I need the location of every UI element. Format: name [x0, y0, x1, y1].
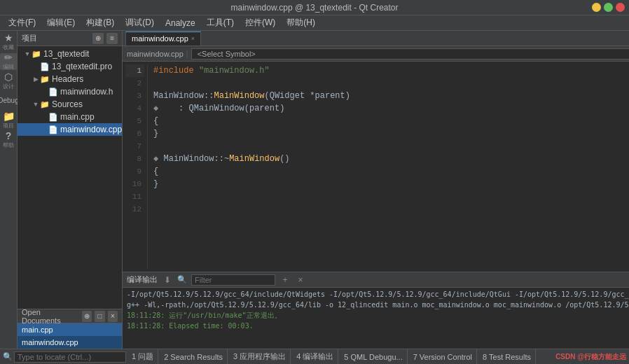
code-line-2: [153, 77, 629, 90]
statusbar-item-problems[interactable]: 1 问题: [127, 349, 158, 365]
statusbar-label-problems: 1 问题: [132, 351, 153, 362]
code-line-1: #include "mainwindow.h": [153, 64, 629, 77]
statusbar-label-search-results: 2 Search Results: [164, 353, 223, 361]
tree-item-sources[interactable]: ▼ 📁 Sources: [18, 98, 122, 111]
menu-item-f[interactable]: 文件(F): [3, 15, 41, 30]
tree-arrow-sources: ▼: [32, 101, 40, 108]
code-line-10: }: [153, 178, 629, 190]
sidebar-icon-project[interactable]: 📁 项目: [0, 112, 17, 129]
tree-item-main-cpp[interactable]: 📄 main.cpp: [18, 111, 122, 123]
tree-label-root: 13_qtextedit: [43, 49, 89, 59]
filter-input[interactable]: [191, 274, 275, 286]
tree-label-main-cpp: main.cpp: [60, 112, 95, 122]
statusbar-item-version-control[interactable]: 7 Version Control: [409, 349, 477, 365]
tree-arrow-root: ▼: [23, 50, 32, 57]
ln-5: 5: [125, 115, 144, 127]
sidebar-icon-debug[interactable]: Debug: [0, 92, 17, 109]
code-line-3: MainWindow::MainWindow(QWidget *parent): [153, 90, 629, 102]
menu-item-e[interactable]: 编辑(E): [41, 15, 81, 30]
open-doc-main-cpp[interactable]: main.cpp: [18, 323, 122, 336]
tree-item-pro[interactable]: 📄 13_qtextedit.pro: [18, 60, 122, 73]
ln-10: 10: [125, 178, 144, 190]
statusbar-item-build-output[interactable]: 4 编译输出: [292, 349, 338, 365]
tree-item-headers[interactable]: ▶ 📁 Headers: [18, 73, 122, 85]
statusbar-item-qml-debug[interactable]: 5 QML Debugu...: [340, 349, 407, 365]
tree-item-root[interactable]: ▼ 📁 13_qtextedit: [18, 48, 122, 60]
ln-7: 7: [125, 140, 144, 153]
project-filter-button[interactable]: ⊕: [92, 33, 104, 44]
title-text: mainwindow.cpp @ 13_qtextedit - Qt Creat…: [231, 3, 399, 13]
menu-item-d[interactable]: 调试(D): [120, 15, 160, 30]
code-editor[interactable]: 1 2 3 4 5 6 7 8 9 10 11 12 #include "mai…: [123, 62, 629, 272]
left-sidebar: ★ 收藏 ✏ 编辑 ⬡ 设计 Debug 📁 项目 ? 帮助: [0, 31, 18, 349]
menu-item-w[interactable]: 控件(W): [240, 15, 281, 30]
build-add-button[interactable]: +: [279, 274, 291, 286]
folder-icon: 📁: [3, 111, 15, 121]
sidebar-icon-favorite[interactable]: ★ 收藏: [0, 34, 17, 50]
open-docs-add-button[interactable]: ⊕: [82, 311, 92, 322]
maximize-button[interactable]: [604, 3, 613, 12]
output-line-4: 18:11:28: Elapsed time: 00:03.: [127, 321, 629, 331]
project-label: 项目: [22, 33, 37, 43]
ln-1: 1: [125, 64, 144, 77]
menubar: 文件(F)编辑(E)构建(B)调试(D)Analyze工具(T)控件(W)帮助(…: [0, 15, 629, 31]
code-content: #include "mainwindow.h" MainWindow::Main…: [148, 64, 629, 269]
sidebar-icon-design[interactable]: ⬡ 设计: [0, 73, 17, 90]
code-line-5: {: [153, 115, 629, 127]
open-docs-close-button[interactable]: ×: [108, 311, 118, 322]
project-menu-button[interactable]: ≡: [106, 33, 118, 44]
statusbar-label-app-output: 3 应用程序输出: [233, 351, 286, 362]
open-docs-layout-button[interactable]: □: [95, 311, 105, 322]
tree-label-mainwindow-cpp: mainwindow.cpp: [60, 125, 122, 134]
code-line-11: [153, 190, 629, 203]
tree-label-headers: Headers: [52, 74, 83, 84]
open-doc-main-cpp-label: main.cpp: [22, 326, 53, 334]
output-line-1: -I/opt/Qt5.12.9/5.12.9/gcc_64/include/Qt…: [127, 289, 629, 300]
symbol-select[interactable]: <Select Symbol>: [191, 48, 629, 59]
open-docs-label: Open Documents: [22, 308, 76, 325]
open-doc-mainwindow-cpp[interactable]: mainwindow.cpp: [18, 336, 122, 349]
bottom-panel: 编译输出 ⬇ 🔍 + × -I/opt/Qt5.12.9/5.12.9/gcc_…: [123, 272, 629, 349]
code-line-4: ◆ : QMainWindow(parent): [153, 102, 629, 115]
editor-filename: mainwindow.cpp: [127, 50, 184, 58]
file-icon-mainwindow-cpp: 📄: [48, 125, 58, 134]
ln-4: 4: [125, 102, 144, 115]
file-icon-pro: 📄: [40, 62, 50, 71]
design-icon: ⬡: [4, 72, 13, 82]
code-line-8: ◆ MainWindow::~MainWindow(): [153, 153, 629, 165]
search-icon-status: 🔍: [3, 352, 13, 361]
code-line-9: {: [153, 165, 629, 178]
statusbar-label-qml-debug: 5 QML Debugu...: [344, 353, 402, 361]
tree-item-mainwindow-cpp[interactable]: 📄 mainwindow.cpp: [18, 123, 122, 136]
menu-item-h[interactable]: 帮助(H): [281, 15, 321, 30]
help-icon: ?: [6, 131, 12, 141]
tab-close-mainwindow[interactable]: ×: [191, 35, 195, 42]
menu-item-t[interactable]: 工具(T): [201, 15, 240, 30]
statusbar-item-test-results[interactable]: 8 Test Results: [478, 349, 536, 365]
ln-2: 2: [125, 77, 144, 90]
editor-header-bar: mainwindow.cpp | <Select Symbol> Line: 1…: [123, 46, 629, 62]
ln-3: 3: [125, 90, 144, 102]
editor-tab-mainwindow[interactable]: mainwindow.cpp ×: [125, 31, 201, 46]
search-input-status[interactable]: [14, 351, 126, 363]
build-download-button[interactable]: ⬇: [162, 274, 173, 286]
ln-11: 11: [125, 190, 144, 203]
menu-item-b[interactable]: 构建(B): [81, 15, 120, 30]
sidebar-icon-edit[interactable]: ✏ 编辑: [0, 53, 17, 70]
build-close-button[interactable]: ×: [295, 274, 306, 286]
statusbar-label-test-results: 8 Test Results: [483, 353, 531, 361]
close-button[interactable]: [616, 3, 625, 12]
project-toolbar: 项目 ⊕ ≡: [18, 31, 122, 46]
tree-item-mainwindow-h[interactable]: 📄 mainwindow.h: [18, 85, 122, 98]
minimize-button[interactable]: [592, 3, 601, 12]
build-output-label: 编译输出: [127, 274, 158, 285]
file-icon-main-cpp: 📄: [48, 113, 58, 122]
tab-label-mainwindow: mainwindow.cpp: [132, 34, 188, 43]
titlebar: mainwindow.cpp @ 13_qtextedit - Qt Creat…: [0, 0, 629, 15]
edit-icon: ✏: [4, 52, 13, 62]
statusbar-item-app-output[interactable]: 3 应用程序输出: [229, 349, 291, 365]
ln-8: 8: [125, 153, 144, 165]
statusbar-item-search-results[interactable]: 2 Search Results: [160, 349, 228, 365]
sidebar-icon-help[interactable]: ? 帮助: [0, 132, 17, 148]
menu-item-analyze[interactable]: Analyze: [160, 17, 201, 29]
